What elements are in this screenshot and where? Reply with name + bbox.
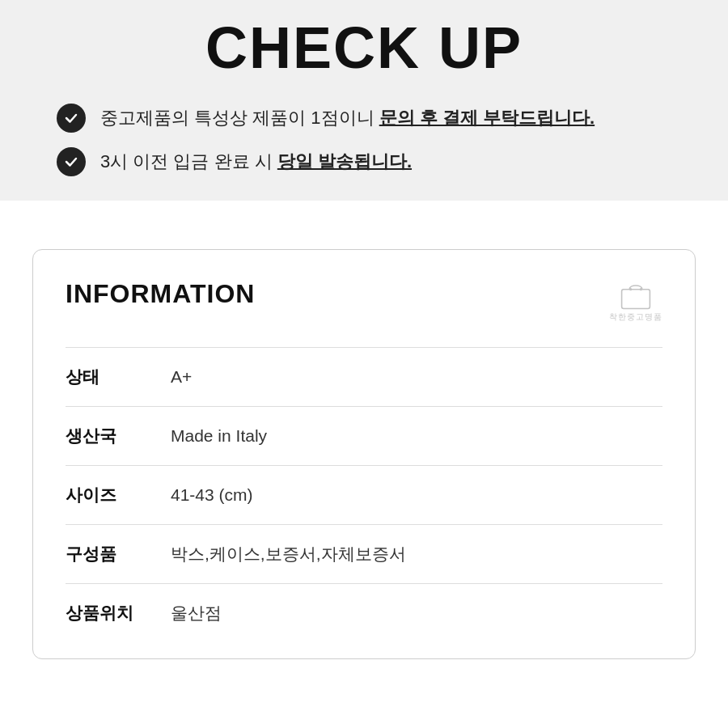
check-text-2: 3시 이전 입금 완료 시 당일 발송됩니다.	[100, 150, 412, 175]
page-wrapper: CHECK UP 중고제품의 특성상 제품이 1점이니 문의 후 결제 부탁드립…	[0, 0, 728, 728]
info-value-contents: 박스,케이스,보증서,자체보증서	[171, 543, 406, 565]
table-row-status: 상태 A+	[66, 347, 662, 406]
info-label-origin: 생산국	[66, 425, 171, 447]
table-row-origin: 생산국 Made in Italy	[66, 406, 662, 465]
check-text-1: 중고제품의 특성상 제품이 1점이니 문의 후 결제 부탁드립니다.	[100, 106, 595, 131]
checkmark-svg	[63, 110, 79, 126]
info-table: 상태 A+ 생산국 Made in Italy 사이즈 41-43 (cm) 구…	[66, 347, 662, 642]
table-row-location: 상품위치 울산점	[66, 583, 662, 642]
info-title: INFORMATION	[66, 279, 255, 309]
info-header: INFORMATION 착한중고명품	[66, 279, 662, 323]
check-item-2: 3시 이전 입금 완료 시 당일 발송됩니다.	[57, 147, 671, 176]
info-label-size: 사이즈	[66, 484, 171, 506]
info-label-status: 상태	[66, 366, 171, 388]
checkmark-icon-2	[57, 147, 86, 176]
svg-point-2	[640, 288, 642, 290]
info-value-size: 41-43 (cm)	[171, 485, 253, 505]
brand-logo-text: 착한중고명품	[609, 311, 662, 323]
svg-rect-0	[622, 290, 650, 309]
gap-section	[0, 201, 728, 249]
info-label-location: 상품위치	[66, 602, 171, 624]
svg-point-1	[629, 288, 632, 290]
brand-logo-svg	[616, 279, 656, 310]
check-items-list: 중고제품의 특성상 제품이 1점이니 문의 후 결제 부탁드립니다. 3시 이전…	[49, 104, 679, 176]
checkmark-svg-2	[63, 154, 79, 170]
table-row-contents: 구성품 박스,케이스,보증서,자체보증서	[66, 524, 662, 583]
information-section: INFORMATION 착한중고명품 상태 A+ 생산국	[32, 249, 696, 659]
checkmark-icon-1	[57, 104, 86, 133]
brand-logo: 착한중고명품	[609, 279, 662, 323]
info-value-location: 울산점	[171, 602, 222, 624]
info-label-contents: 구성품	[66, 543, 171, 565]
check-item-1: 중고제품의 특성상 제품이 1점이니 문의 후 결제 부탁드립니다.	[57, 104, 671, 133]
info-value-origin: Made in Italy	[171, 426, 267, 446]
info-value-status: A+	[171, 367, 192, 387]
page-title: CHECK UP	[49, 15, 679, 81]
table-row-size: 사이즈 41-43 (cm)	[66, 465, 662, 524]
check-text-2-bold: 당일 발송됩니다.	[277, 151, 412, 171]
header-section: CHECK UP 중고제품의 특성상 제품이 1점이니 문의 후 결제 부탁드립…	[0, 0, 728, 201]
check-text-1-bold: 문의 후 결제 부탁드립니다.	[379, 108, 595, 128]
